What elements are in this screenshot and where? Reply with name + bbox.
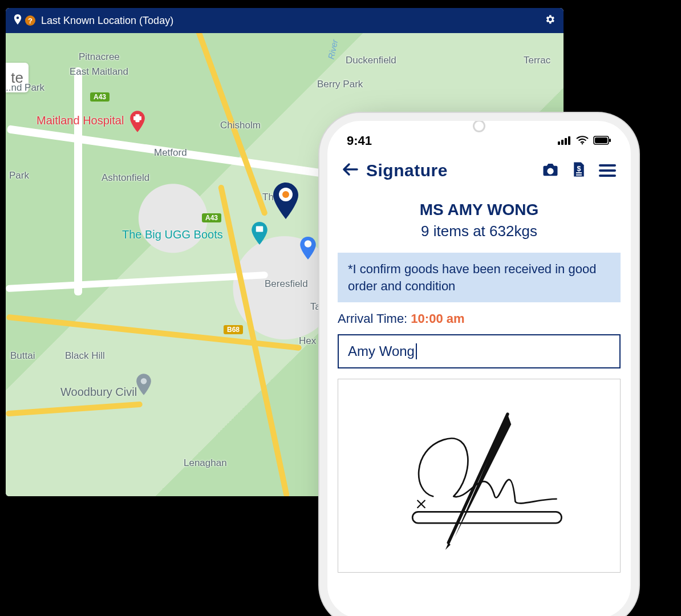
svg-rect-18 (576, 175, 582, 176)
status-time: 9:41 (347, 133, 372, 148)
confirmation-text: *I confirm goods have been received in g… (338, 253, 621, 302)
svg-rect-8 (561, 140, 564, 145)
poi-pin-icon[interactable] (251, 221, 268, 248)
map-label: Berry Park (317, 79, 363, 90)
map-label: Ashtonfield (102, 172, 149, 184)
svg-rect-10 (568, 136, 570, 145)
svg-point-4 (141, 378, 147, 384)
map-header: ? Last Known Location (Today) (6, 8, 564, 33)
map-label: ..nd Park (6, 82, 44, 94)
customer-detail: 9 items at 632kgs (338, 222, 621, 240)
signer-name-input[interactable]: Amy Wong (338, 334, 621, 368)
svg-rect-14 (609, 139, 611, 142)
phone-notch (473, 120, 485, 132)
wifi-icon (576, 133, 589, 148)
map-label-river: River (326, 39, 340, 60)
svg-text:$: $ (577, 165, 581, 173)
svg-point-3 (305, 240, 312, 248)
map-panel-title: Last Known Location (Today) (41, 15, 544, 27)
map-label: Metford (154, 147, 187, 159)
map-poi-woodbury[interactable]: Woodbury Civil (60, 386, 137, 399)
map-label: Chisholm (220, 120, 261, 131)
route-badge: B68 (224, 325, 243, 334)
text-caret (416, 343, 417, 359)
arrival-time-value: 10:00 am (411, 311, 464, 326)
svg-point-6 (282, 191, 289, 198)
map-label: Pitnacree (79, 51, 120, 63)
current-location-pin-icon[interactable] (273, 183, 299, 221)
svg-rect-17 (576, 172, 582, 173)
battery-icon (593, 133, 611, 148)
map-label: Terrac (524, 55, 550, 66)
help-icon[interactable]: ? (25, 15, 35, 26)
svg-point-11 (582, 143, 583, 145)
signer-name-value: Amy Wong (348, 343, 415, 359)
map-label: Black Hill (65, 350, 105, 362)
map-label: Buttai (10, 350, 35, 362)
camera-icon[interactable] (542, 161, 559, 180)
route-badge: A43 (202, 213, 221, 222)
menu-icon[interactable] (599, 164, 616, 177)
poi-pin-icon[interactable] (299, 236, 317, 262)
map-poi-hospital[interactable]: Maitland Hospital (37, 111, 145, 132)
app-header: Signature $ (327, 154, 631, 191)
invoice-icon[interactable]: $ (570, 161, 587, 180)
map-label: Hex (299, 335, 316, 347)
cellular-icon (558, 133, 571, 148)
map-label: Beresfield (265, 278, 308, 290)
app-header-title: Signature (366, 161, 542, 180)
svg-rect-13 (595, 137, 607, 143)
svg-rect-19 (412, 512, 561, 523)
map-label: Lenaghan (184, 457, 227, 469)
svg-rect-2 (256, 226, 264, 232)
back-button[interactable] (342, 161, 358, 180)
phone-mock: 9:41 Signature $ (319, 113, 639, 616)
svg-rect-7 (558, 141, 560, 145)
poi-pin-icon[interactable] (136, 373, 152, 398)
map-label: Park (9, 170, 29, 181)
signature-pad[interactable] (338, 379, 621, 573)
map-poi-ugg[interactable]: The Big UGG Boots (122, 228, 223, 241)
svg-point-15 (549, 169, 552, 173)
gear-icon[interactable] (544, 14, 556, 28)
location-pin-icon (14, 14, 22, 27)
route-badge: A43 (90, 92, 110, 102)
customer-block: MS AMY WONG 9 items at 632kgs (338, 201, 621, 240)
map-label: East Maitland (70, 66, 128, 78)
arrival-time: Arrival Time: 10:00 am (338, 311, 621, 326)
map-label: Duckenfield (346, 55, 396, 66)
svg-rect-1 (133, 116, 141, 120)
svg-rect-9 (565, 138, 567, 145)
customer-name: MS AMY WONG (338, 201, 621, 219)
phone-content: MS AMY WONG 9 items at 632kgs *I confirm… (327, 201, 631, 573)
arrival-label: Arrival Time: (338, 311, 411, 326)
